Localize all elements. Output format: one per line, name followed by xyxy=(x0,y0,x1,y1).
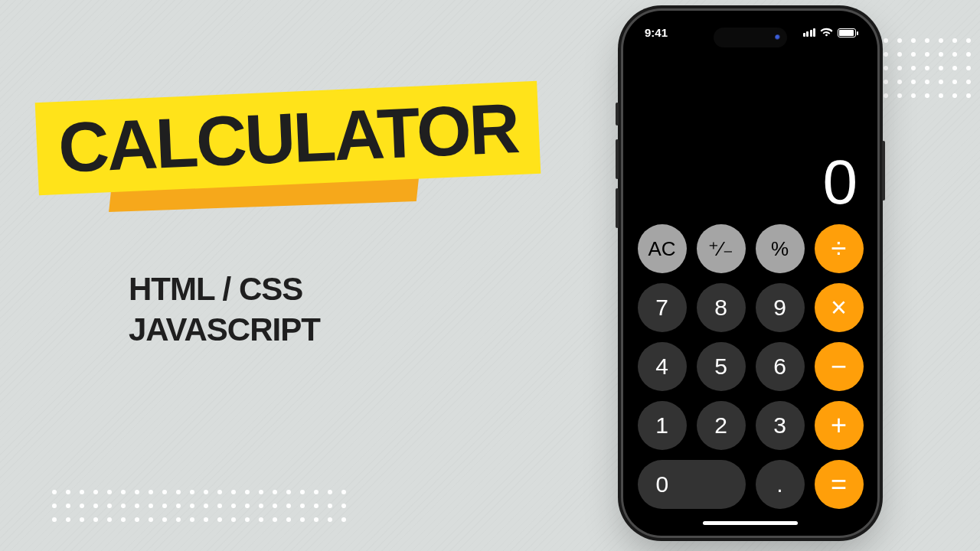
title-block: CALCULATOR xyxy=(37,92,539,184)
key-8[interactable]: 8 xyxy=(697,283,746,332)
key-equals[interactable]: = xyxy=(815,460,864,509)
key-0[interactable]: 0 xyxy=(638,460,746,509)
key-7[interactable]: 7 xyxy=(638,283,687,332)
key-divide[interactable]: ÷ xyxy=(815,224,864,273)
key-ac[interactable]: AC xyxy=(638,224,687,273)
key-4[interactable]: 4 xyxy=(638,342,687,391)
key-percent[interactable]: % xyxy=(756,224,805,273)
volume-down-button[interactable] xyxy=(616,188,619,228)
key-5[interactable]: 5 xyxy=(697,342,746,391)
title-band: CALCULATOR xyxy=(35,81,541,196)
page-title: CALCULATOR xyxy=(57,88,519,188)
home-indicator[interactable] xyxy=(703,521,798,525)
key-6[interactable]: 6 xyxy=(756,342,805,391)
subtitle: HTML / CSS JAVASCRIPT xyxy=(129,269,320,350)
dynamic-island xyxy=(714,28,787,47)
cellular-signal-icon xyxy=(803,28,816,37)
key-9[interactable]: 9 xyxy=(756,283,805,332)
key-sign[interactable]: ⁺∕₋ xyxy=(697,224,746,273)
power-button[interactable] xyxy=(882,141,885,201)
subtitle-line-1: HTML / CSS xyxy=(129,269,320,310)
dot-grid-bottom-left xyxy=(52,490,346,522)
key-2[interactable]: 2 xyxy=(697,401,746,450)
phone-mockup: 9:41 0 AC ⁺∕₋ % ÷ 7 8 9 × 4 5 6 − 1 2 3 … xyxy=(623,11,877,536)
battery-icon xyxy=(838,28,856,37)
subtitle-line-2: JAVASCRIPT xyxy=(129,310,320,350)
dot-grid-top-right xyxy=(870,38,971,98)
silent-switch[interactable] xyxy=(616,103,619,126)
key-plus[interactable]: + xyxy=(815,401,864,450)
key-1[interactable]: 1 xyxy=(638,401,687,450)
key-3[interactable]: 3 xyxy=(756,401,805,450)
wifi-icon xyxy=(820,27,833,39)
calculator-display: 0 xyxy=(635,39,865,224)
status-time: 9:41 xyxy=(645,26,668,39)
key-multiply[interactable]: × xyxy=(815,283,864,332)
key-minus[interactable]: − xyxy=(815,342,864,391)
key-dot[interactable]: . xyxy=(756,460,805,509)
calculator-keypad: AC ⁺∕₋ % ÷ 7 8 9 × 4 5 6 − 1 2 3 + 0 . = xyxy=(635,224,865,515)
volume-up-button[interactable] xyxy=(616,139,619,179)
